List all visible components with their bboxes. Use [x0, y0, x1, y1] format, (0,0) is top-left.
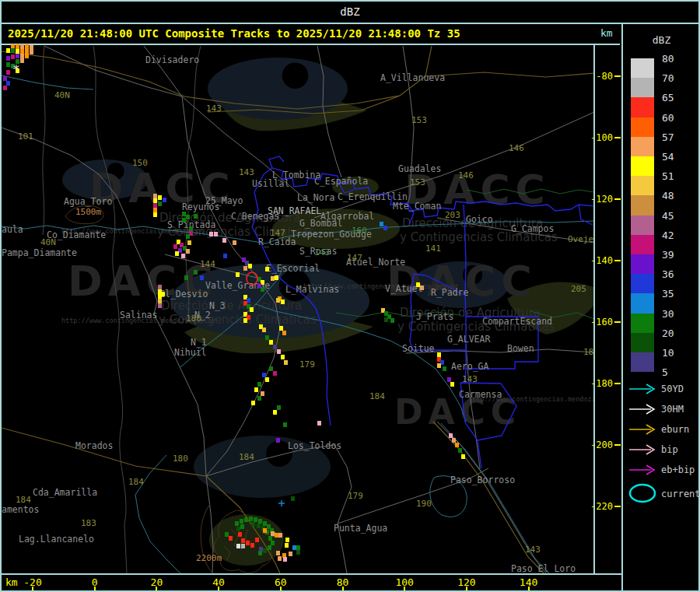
echo-cell	[268, 545, 271, 550]
road-number-label: 203	[445, 210, 460, 220]
echo-cell	[420, 285, 424, 290]
echo-cell	[16, 54, 19, 58]
plot-bottom-border	[2, 573, 621, 575]
scale-value-label: 36	[662, 268, 693, 280]
road-number-label: 181	[583, 347, 599, 357]
50YD-arrow-icon	[628, 383, 659, 395]
road-number-label: 143	[314, 247, 330, 257]
right-axis-tick-label: -220	[586, 501, 613, 512]
scale-value-label: 20	[662, 328, 693, 339]
echo-cell	[11, 54, 15, 59]
echo-cell	[281, 355, 285, 359]
echo-cell	[259, 547, 263, 552]
echo-cell	[257, 396, 261, 401]
blue-plus-marker	[278, 500, 285, 506]
road-number-label: Oveje	[568, 234, 593, 244]
right-axis-tick-mark	[614, 198, 621, 200]
scale-title: dBZ	[623, 34, 700, 46]
echo-cell	[236, 527, 240, 531]
place-label: Paso_El_Loro	[511, 563, 576, 574]
legend-label-50YD: 50YD	[661, 384, 684, 394]
place-label: CompartEscand	[482, 316, 552, 327]
echo-cell	[282, 331, 286, 335]
scale-value-label: 39	[662, 249, 693, 261]
scale-color-block	[631, 215, 654, 235]
road-number-label: 1500m	[75, 207, 101, 217]
dacc-eye-logo	[208, 58, 348, 120]
echo-cell	[241, 538, 245, 543]
echo-cell	[276, 438, 280, 443]
road-number-label: 144	[200, 259, 215, 269]
boundary-line	[269, 156, 284, 168]
echo-cell	[263, 521, 267, 526]
echo-cell	[238, 532, 242, 537]
echo-cell	[225, 532, 229, 537]
road-number-label: 143	[239, 167, 254, 177]
echo-cell	[30, 50, 33, 54]
right-axis-tick-mark	[614, 75, 621, 77]
road-number-label: 40N	[40, 237, 56, 247]
echo-cell	[16, 44, 19, 49]
echo-cell	[251, 522, 255, 527]
echo-cell	[158, 294, 162, 299]
echo-cell	[223, 254, 227, 258]
echo-cell	[153, 212, 157, 217]
echo-cell	[25, 49, 29, 54]
scale-color-block	[631, 293, 654, 313]
echo-cell	[186, 234, 190, 239]
scale-color-block	[631, 195, 654, 215]
echo-cell	[20, 54, 24, 58]
eb+bip-arrow-icon	[628, 464, 659, 476]
echo-cell	[257, 524, 261, 528]
echo-cell	[3, 86, 7, 90]
echo-cell	[275, 275, 278, 280]
place-label: Mte_Coman	[393, 201, 441, 212]
place-label: Reyunos	[182, 201, 219, 212]
echo-cell	[20, 44, 24, 49]
road-number-label: 184	[369, 391, 385, 401]
place-label: Guadales	[398, 163, 441, 174]
road-number-label: 143	[206, 103, 222, 114]
echo-cell	[447, 377, 451, 382]
echo-cell	[279, 326, 283, 331]
echo-cell	[240, 519, 243, 524]
place-label: Agua_Toro	[64, 196, 112, 207]
bottom-axis-tick-mark	[342, 587, 344, 591]
echo-cell	[158, 201, 162, 206]
place-label: Paso_Borroso	[450, 475, 515, 485]
echo-cell	[265, 335, 269, 340]
echo-cell	[158, 299, 162, 303]
road-number-label: 205	[571, 284, 586, 294]
echo-cell	[269, 366, 273, 371]
legend-label-eb+bip: eb+bip	[661, 464, 695, 475]
echo-cell	[271, 541, 275, 545]
echo-cell	[235, 521, 239, 526]
place-label: C_Benegas	[231, 211, 279, 222]
echo-cell	[241, 544, 245, 548]
echo-cell	[455, 443, 459, 447]
place-label: C_Española	[314, 176, 368, 187]
echo-cell	[263, 528, 267, 533]
place-label: Los_Toldos	[288, 440, 341, 451]
echo-cell	[20, 58, 24, 63]
echo-cell	[254, 517, 257, 522]
echo-cell	[186, 249, 190, 254]
current-ellipse-icon	[628, 482, 659, 504]
place-label: E_Escorial	[266, 263, 320, 274]
right-axis-tick-mark	[614, 260, 621, 261]
echo-cell	[416, 282, 420, 287]
echo-cell	[153, 198, 157, 203]
echo-cell	[250, 543, 254, 548]
bottom-axis-tick-mark	[528, 587, 530, 591]
echo-cell	[269, 340, 273, 345]
river-line	[135, 455, 196, 590]
place-label: Goico	[466, 214, 493, 225]
right-axis-tick-mark	[614, 506, 621, 507]
plot-right-border	[593, 44, 595, 574]
scale-value-label: 35	[662, 288, 693, 300]
echo-cell	[25, 54, 29, 58]
echo-cell	[233, 240, 236, 245]
echo-cell	[153, 208, 157, 212]
echo-cell	[158, 195, 162, 200]
echo-cell	[6, 81, 10, 86]
